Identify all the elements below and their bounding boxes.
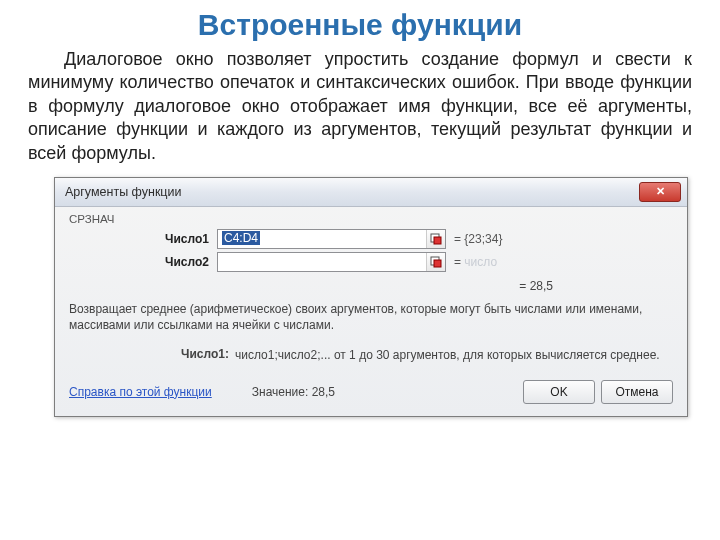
arg-help-label: Число1: (69, 347, 235, 363)
svg-rect-3 (434, 260, 441, 267)
argument-description: Число1: число1;число2;... от 1 до 30 арг… (69, 343, 673, 371)
function-description: Возвращает среднее (арифметическое) свои… (69, 299, 673, 343)
arg1-input[interactable]: C4:D4 (218, 231, 426, 247)
argument-row: Число2 = число (69, 252, 673, 272)
help-link[interactable]: Справка по этой функции (69, 385, 212, 399)
arg1-evaluation: = {23;34} (446, 232, 502, 246)
arg-help-text: число1;число2;... от 1 до 30 аргументов,… (235, 347, 673, 363)
intro-paragraph: Диалоговое окно позволяет упростить созд… (28, 48, 692, 165)
arg2-evaluation: = число (446, 255, 497, 269)
value-label: Значение: 28,5 (252, 385, 335, 399)
page-title: Встроенные функции (28, 8, 692, 42)
function-arguments-dialog: Аргументы функции ✕ СРЗНАЧ Число1 C4:D4 … (54, 177, 688, 417)
ok-button[interactable]: OK (523, 380, 595, 404)
arg2-label: Число2 (69, 255, 217, 269)
dialog-titlebar: Аргументы функции ✕ (55, 178, 687, 207)
function-name: СРЗНАЧ (69, 213, 673, 225)
preview-result: = 28,5 (69, 275, 673, 299)
range-select-icon[interactable] (426, 230, 445, 248)
argument-row: Число1 C4:D4 = {23;34} (69, 229, 673, 249)
close-button[interactable]: ✕ (639, 182, 681, 202)
arg2-input-wrapper[interactable] (217, 252, 446, 272)
cancel-button[interactable]: Отмена (601, 380, 673, 404)
svg-rect-1 (434, 237, 441, 244)
close-icon: ✕ (656, 185, 665, 198)
arg1-label: Число1 (69, 232, 217, 246)
range-select-icon[interactable] (426, 253, 445, 271)
dialog-title: Аргументы функции (65, 185, 181, 199)
arg1-input-wrapper[interactable]: C4:D4 (217, 229, 446, 249)
arg2-input[interactable] (218, 254, 426, 270)
